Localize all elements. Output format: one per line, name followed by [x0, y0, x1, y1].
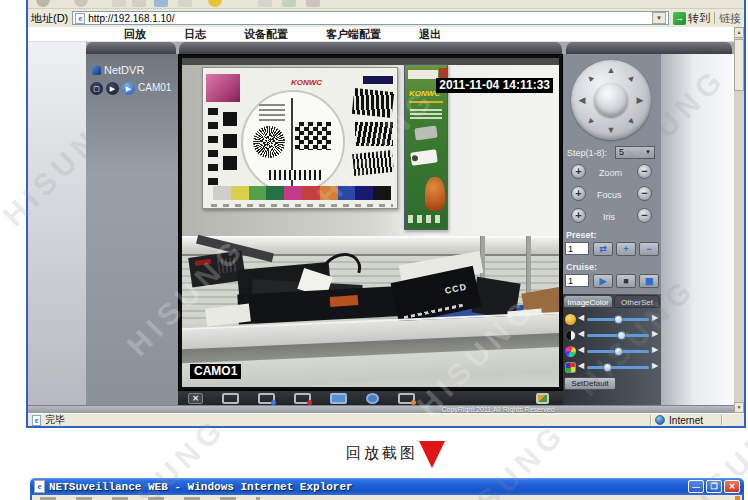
zoom-minus-button[interactable]: − — [637, 164, 652, 179]
cruise-input[interactable] — [565, 274, 589, 287]
hue-decrease-arrow[interactable]: ◀ — [578, 361, 584, 370]
live-stream-icon[interactable]: ▶ — [122, 82, 135, 95]
monitor-record-icon[interactable] — [294, 393, 311, 404]
snapshot-icon[interactable] — [330, 393, 347, 404]
refresh-icon[interactable] — [132, 0, 146, 7]
monitor-icon[interactable] — [222, 393, 239, 404]
device-name: NetDVR — [104, 64, 144, 76]
contrast-slider-thumb[interactable] — [617, 331, 626, 340]
talk-icon[interactable] — [398, 393, 415, 404]
hue-increase-arrow[interactable]: ▶ — [652, 361, 658, 370]
close-button[interactable]: ✕ — [724, 480, 740, 493]
menu-log[interactable]: 日志 — [184, 27, 206, 42]
stop-stream-icon[interactable]: ▢ — [90, 82, 103, 95]
stop-icon[interactable] — [112, 0, 126, 7]
fullscreen-icon[interactable]: ✕ — [188, 393, 203, 404]
hue-slider-track[interactable] — [587, 366, 649, 369]
second-window-titlebar[interactable]: e NETSuveillance WEB - Windows Internet … — [30, 478, 744, 495]
scroll-thumb[interactable] — [734, 39, 744, 91]
ptz-left-button[interactable]: ◀ — [576, 94, 588, 106]
menu-playback[interactable]: 回放 — [124, 27, 146, 42]
minimize-button[interactable]: — — [688, 480, 704, 493]
window-icon: e — [34, 480, 45, 493]
history-icon[interactable] — [258, 0, 272, 7]
ptz-up-left-button[interactable]: ▲ — [582, 70, 599, 87]
saturation-slider-thumb[interactable] — [614, 347, 623, 356]
address-input[interactable]: e http://192.168.1.10/ ▼ — [72, 11, 669, 25]
brightness-decrease-arrow[interactable]: ◀ — [578, 313, 584, 322]
saturation-icon — [565, 346, 576, 357]
print-icon[interactable] — [306, 0, 320, 7]
menu-exit[interactable]: 退出 — [419, 27, 441, 42]
app-menu-bar: 回放 日志 设备配置 客户端配置 退出 — [28, 27, 744, 42]
cruise-setup-button[interactable]: ▦ — [639, 274, 659, 288]
saturation-increase-arrow[interactable]: ▶ — [652, 345, 658, 354]
saturation-decrease-arrow[interactable]: ◀ — [578, 345, 584, 354]
menu-device-config[interactable]: 设备配置 — [244, 27, 288, 42]
scroll-up-arrow[interactable]: ▲ — [734, 27, 744, 38]
preset-input[interactable] — [565, 242, 589, 255]
step-select[interactable]: 5▼ — [615, 146, 655, 159]
hue-slider-thumb[interactable] — [603, 363, 612, 372]
back-icon[interactable] — [36, 0, 50, 7]
zoom-plus-button[interactable]: + — [571, 164, 586, 179]
cruise-stop-button[interactable]: ■ — [616, 274, 636, 288]
window-border-bottom — [26, 426, 746, 428]
status-done-text: 完毕 — [45, 413, 65, 427]
tab-image-color[interactable]: ImageColor — [563, 295, 613, 308]
saturation-slider-track[interactable] — [587, 350, 649, 353]
preset-goto-button[interactable]: ⇄ — [593, 242, 613, 256]
ptz-down-button[interactable]: ▼ — [605, 124, 617, 136]
audio-icon[interactable] — [366, 393, 379, 404]
restore-button[interactable]: ❐ — [706, 480, 722, 493]
red-down-arrow — [419, 441, 445, 468]
home-icon[interactable] — [154, 0, 168, 7]
image-settings-strip: ImageColor OtherSet ◀ ▶ ◀ ▶ ◀ — [563, 294, 661, 405]
ceiling-edge — [182, 58, 559, 65]
contrast-increase-arrow[interactable]: ▶ — [652, 329, 658, 338]
alarm-icon[interactable] — [536, 393, 549, 404]
contrast-slider-track[interactable] — [587, 334, 649, 337]
brightness-slider-track[interactable] — [587, 318, 649, 321]
zoom-label: Zoom — [599, 168, 622, 178]
preset-add-button[interactable]: + — [616, 242, 636, 256]
page-background-right — [661, 54, 734, 405]
set-default-button[interactable]: SetDefault — [564, 377, 616, 390]
focus-plus-button[interactable]: + — [571, 186, 586, 201]
iris-plus-button[interactable]: + — [571, 208, 586, 223]
address-label: 地址(D) — [31, 11, 68, 26]
forward-icon[interactable] — [74, 0, 88, 7]
vertical-scrollbar[interactable]: ▲ ▼ — [734, 27, 744, 413]
preset-label: Preset: — [566, 230, 597, 240]
video-header — [179, 42, 562, 54]
focus-minus-button[interactable]: − — [637, 186, 652, 201]
preset-del-button[interactable]: − — [639, 242, 659, 256]
play-stream-icon[interactable]: ▶ — [106, 82, 119, 95]
search-icon[interactable] — [178, 0, 192, 7]
cruise-play-button[interactable]: ▶ — [593, 274, 613, 288]
device-node[interactable]: NetDVR — [92, 64, 144, 76]
address-dropdown-arrow[interactable]: ▼ — [652, 12, 666, 24]
brightness-slider-thumb[interactable] — [614, 315, 623, 324]
menu-client-config[interactable]: 客户端配置 — [326, 27, 381, 42]
step-label: Step(1-8): — [567, 148, 607, 158]
scroll-down-arrow[interactable]: ▼ — [734, 402, 744, 413]
monitor-play-icon[interactable] — [258, 393, 275, 404]
ptz-up-right-button[interactable]: ▲ — [624, 70, 641, 87]
mail-icon[interactable] — [282, 0, 296, 7]
contrast-icon — [565, 330, 576, 341]
ptz-down-left-button[interactable]: ▲ — [582, 114, 599, 131]
ptz-center-knob[interactable] — [594, 83, 628, 117]
ptz-right-button[interactable]: ▶ — [634, 94, 646, 106]
camera-node[interactable]: ▢▶▶CAM01 — [90, 82, 171, 95]
go-button[interactable]: → 转到 — [673, 11, 710, 26]
tab-other-set[interactable]: OtherSet — [614, 295, 660, 308]
ptz-up-button[interactable]: ▲ — [605, 64, 617, 76]
contrast-decrease-arrow[interactable]: ◀ — [578, 329, 584, 338]
ptz-down-right-button[interactable]: ▲ — [624, 114, 641, 131]
chart-square — [223, 112, 237, 126]
links-label[interactable]: 链接 — [719, 11, 741, 26]
iris-minus-button[interactable]: − — [637, 208, 652, 223]
brightness-increase-arrow[interactable]: ▶ — [652, 313, 658, 322]
favorites-star-icon[interactable] — [208, 0, 222, 7]
